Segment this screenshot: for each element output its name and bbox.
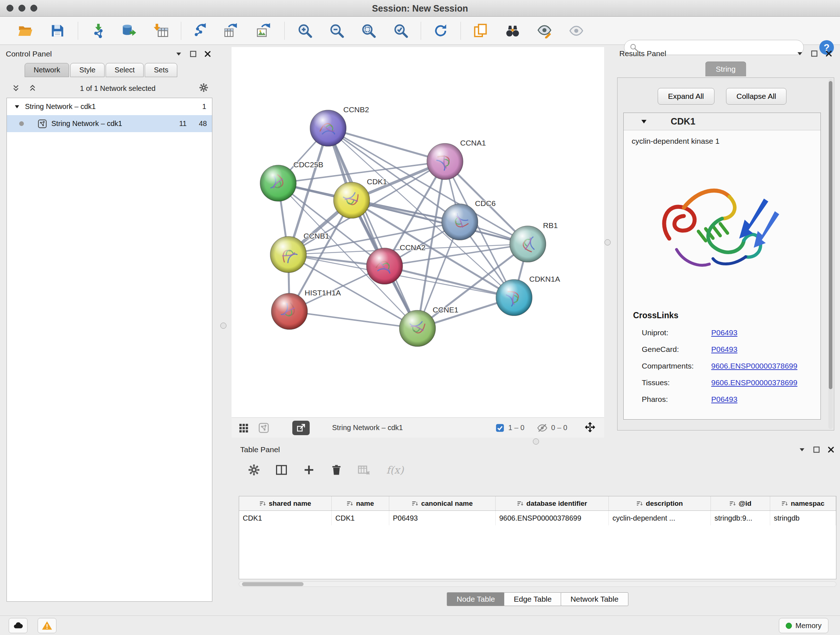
cell-name[interactable]: CDK1 — [332, 511, 389, 525]
table-settings-button[interactable] — [244, 460, 264, 480]
import-network-file-button[interactable] — [88, 21, 108, 41]
tab-select[interactable]: Select — [106, 63, 144, 77]
pan-tool-button[interactable] — [584, 421, 596, 435]
tab-node-table[interactable]: Node Table — [447, 592, 505, 606]
scrollbar-thumb[interactable] — [242, 582, 303, 586]
panel-menu-icon[interactable] — [175, 50, 183, 58]
network-node-HIST1H1A[interactable] — [271, 293, 308, 329]
open-in-browser-button[interactable] — [292, 421, 309, 435]
table-horizontal-scrollbar[interactable] — [239, 581, 836, 587]
hide-graphics-details-button[interactable] — [535, 21, 554, 41]
save-session-button[interactable] — [48, 21, 67, 41]
tab-edge-table[interactable]: Edge Table — [504, 592, 561, 606]
cell-canonical-name[interactable]: P06493 — [389, 511, 496, 525]
network-row[interactable]: String Network – cdk1 11 48 — [7, 115, 212, 132]
results-tab-string[interactable]: String — [706, 62, 746, 76]
eye-slash-icon[interactable] — [537, 423, 548, 433]
zoom-selected-button[interactable] — [391, 21, 411, 41]
network-edge[interactable] — [328, 128, 417, 328]
show-columns-button[interactable] — [271, 460, 292, 480]
column-header-name[interactable]: name — [332, 496, 389, 510]
tab-network-table[interactable]: Network Table — [561, 592, 628, 606]
caret-down-icon[interactable] — [639, 117, 648, 126]
cloud-status-button[interactable] — [9, 618, 27, 633]
panel-float-icon[interactable] — [189, 50, 197, 58]
network-view-icon[interactable] — [258, 423, 269, 433]
network-node-CCNB1[interactable] — [270, 236, 306, 272]
network-graph[interactable]: CCNB2CCNA1CDC25BCDK1CDC6RB1CCNB1CCNA2CDK… — [232, 47, 604, 417]
network-node-CCNA1[interactable] — [427, 143, 463, 180]
tab-sets[interactable]: Sets — [145, 63, 177, 77]
zoom-fit-button[interactable] — [359, 21, 378, 41]
gene-description: cyclin-dependent kinase 1 — [632, 137, 720, 146]
export-image-button[interactable] — [254, 21, 273, 41]
network-edge[interactable] — [289, 311, 417, 328]
expand-all-icon[interactable] — [28, 84, 37, 93]
network-node-CDC6[interactable] — [442, 204, 478, 240]
search-network-button[interactable] — [503, 21, 523, 41]
column-header-database-identifier[interactable]: database identifier — [496, 496, 609, 510]
show-graphics-details-button[interactable] — [567, 21, 586, 41]
duplicate-document-button[interactable] — [471, 21, 490, 41]
panel-menu-icon[interactable] — [796, 50, 804, 57]
panel-float-icon[interactable] — [813, 446, 821, 454]
refresh-button[interactable] — [431, 21, 450, 41]
zoom-in-button[interactable] — [295, 21, 315, 41]
export-table-button[interactable] — [221, 21, 241, 41]
caret-down-icon[interactable] — [13, 103, 21, 111]
network-node-CCNE1[interactable] — [399, 310, 436, 347]
delete-column-button[interactable] — [326, 460, 347, 480]
tab-style[interactable]: Style — [70, 63, 104, 77]
gene-card-header[interactable]: CDK1 — [624, 113, 821, 130]
network-canvas[interactable]: CCNB2CCNA1CDC25BCDK1CDC6RB1CCNB1CCNA2CDK… — [232, 47, 604, 417]
panel-menu-icon[interactable] — [798, 446, 806, 454]
cell-database-identifier[interactable]: 9606.ENSP00000378699 — [496, 511, 609, 525]
tissues-link[interactable]: 9606.ENSP00000378699 — [711, 378, 797, 387]
network-node-CDK1[interactable] — [333, 182, 370, 218]
scrollbar-thumb[interactable] — [829, 81, 832, 389]
zoom-out-button[interactable] — [327, 21, 347, 41]
warnings-button[interactable] — [38, 618, 57, 633]
splitter-handle[interactable] — [220, 323, 226, 329]
compartments-link[interactable]: 9606.ENSP00000378699 — [711, 362, 797, 371]
column-header-id[interactable]: @id — [711, 496, 770, 510]
column-header-canonical-name[interactable]: canonical name — [389, 496, 496, 510]
open-session-button[interactable] — [16, 21, 35, 41]
collapse-all-icon[interactable] — [11, 84, 20, 93]
cell-id[interactable]: stringdb:9... — [711, 511, 770, 525]
column-header-shared-name[interactable]: shared name — [239, 496, 332, 510]
results-scrollbar[interactable] — [829, 79, 833, 429]
column-header-description[interactable]: description — [609, 496, 711, 510]
import-network-database-button[interactable] — [119, 21, 139, 41]
network-node-CDKN1A[interactable] — [496, 279, 532, 316]
function-builder-button[interactable]: f(x) — [386, 464, 404, 476]
expand-all-button[interactable]: Expand All — [658, 88, 714, 105]
pharos-link[interactable]: P06493 — [711, 395, 737, 404]
network-node-CDC25B[interactable] — [260, 165, 296, 201]
column-header-namespace[interactable]: namespac — [770, 496, 836, 510]
cell-shared-name[interactable]: CDK1 — [239, 511, 332, 525]
network-node-CCNB2[interactable] — [310, 110, 346, 146]
grid-view-icon[interactable] — [238, 423, 249, 433]
panel-close-icon[interactable] — [825, 50, 833, 57]
genecard-link[interactable]: P06493 — [711, 345, 737, 354]
network-options-button[interactable] — [199, 82, 209, 94]
collapse-all-button[interactable]: Collapse All — [726, 88, 787, 105]
network-node-RB1[interactable] — [510, 226, 546, 262]
panel-close-icon[interactable] — [827, 446, 835, 454]
import-table-button[interactable] — [152, 21, 171, 41]
table-row[interactable]: CDK1 CDK1 P06493 9606.ENSP00000378699 cy… — [239, 511, 836, 525]
cell-description[interactable]: cyclin-dependent ... — [609, 511, 711, 525]
export-network-button[interactable] — [190, 21, 210, 41]
uniprot-link[interactable]: P06493 — [711, 328, 737, 337]
network-node-CCNA2[interactable] — [366, 248, 403, 284]
panel-float-icon[interactable] — [810, 50, 818, 57]
memory-button[interactable]: Memory — [779, 618, 829, 633]
cell-namespace[interactable]: stringdb — [770, 511, 836, 525]
create-column-button[interactable] — [299, 460, 319, 480]
tab-network[interactable]: Network — [25, 63, 69, 77]
network-collection-row[interactable]: String Network – cdk1 1 — [7, 98, 212, 115]
splitter-handle[interactable] — [605, 239, 611, 245]
checkbox-icon[interactable] — [495, 423, 505, 432]
panel-close-icon[interactable] — [204, 50, 212, 58]
